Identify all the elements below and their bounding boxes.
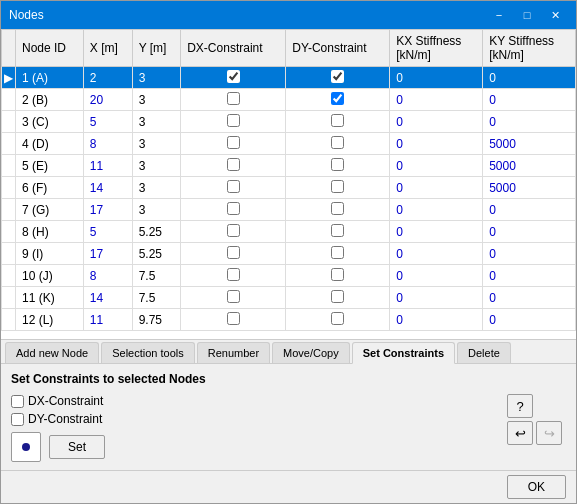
node-id-cell: 8 (H) [16, 221, 84, 243]
table-row[interactable]: 10 (J)87.500 [2, 265, 576, 287]
col-y: Y [m] [132, 30, 181, 67]
nodes-table: Node ID X [m] Y [m] DX-Constraint DY-Con… [1, 29, 576, 331]
y-cell: 7.5 [132, 287, 181, 309]
dy-constraint-checkbox[interactable] [331, 158, 344, 171]
dy-checkbox[interactable] [11, 413, 24, 426]
tab-selection-tools[interactable]: Selection tools [101, 342, 195, 363]
node-id-cell: 11 (K) [16, 287, 84, 309]
col-kx: KX Stiffness[kN/m] [390, 30, 483, 67]
dy-constraint-checkbox[interactable] [331, 92, 344, 105]
table-row[interactable]: 11 (K)147.500 [2, 287, 576, 309]
close-button[interactable]: ✕ [542, 5, 568, 25]
dy-constraint-checkbox[interactable] [331, 224, 344, 237]
dy-constraint-checkbox[interactable] [331, 114, 344, 127]
dx-constraint-checkbox[interactable] [227, 114, 240, 127]
set-button[interactable]: Set [49, 435, 105, 459]
dy-cell [286, 221, 390, 243]
dy-constraint-checkbox[interactable] [331, 180, 344, 193]
table-row[interactable]: 2 (B)20300 [2, 89, 576, 111]
row-arrow [2, 265, 16, 287]
row-arrow [2, 89, 16, 111]
y-cell: 3 [132, 111, 181, 133]
x-cell: 14 [83, 177, 132, 199]
dy-constraint-checkbox[interactable] [331, 312, 344, 325]
col-arrow [2, 30, 16, 67]
dy-cell [286, 89, 390, 111]
row-arrow [2, 199, 16, 221]
tab-add-new-node[interactable]: Add new Node [5, 342, 99, 363]
col-dy: DY-Constraint [286, 30, 390, 67]
dx-cell [181, 111, 286, 133]
dx-checkbox[interactable] [11, 395, 24, 408]
dy-cell [286, 243, 390, 265]
ky-cell: 0 [483, 199, 576, 221]
title-bar: Nodes − □ ✕ [1, 1, 576, 29]
table-row[interactable]: 4 (D)8305000 [2, 133, 576, 155]
dx-constraint-checkbox[interactable] [227, 224, 240, 237]
dx-cell [181, 133, 286, 155]
dx-constraint-checkbox[interactable] [227, 246, 240, 259]
x-cell: 11 [83, 155, 132, 177]
bottom-controls: Set [11, 432, 105, 462]
dy-cell [286, 265, 390, 287]
y-cell: 3 [132, 133, 181, 155]
table-row[interactable]: 7 (G)17300 [2, 199, 576, 221]
dx-constraint-checkbox[interactable] [227, 180, 240, 193]
dx-cell [181, 221, 286, 243]
undo-button[interactable]: ↩ [507, 421, 533, 445]
table-row[interactable]: ▶1 (A)2300 [2, 67, 576, 89]
kx-cell: 0 [390, 133, 483, 155]
dx-constraint-checkbox[interactable] [227, 136, 240, 149]
ky-cell: 5000 [483, 177, 576, 199]
dy-constraint-checkbox[interactable] [331, 70, 344, 83]
dx-constraint-checkbox[interactable] [227, 92, 240, 105]
node-id-cell: 3 (C) [16, 111, 84, 133]
maximize-button[interactable]: □ [514, 5, 540, 25]
dot [22, 443, 30, 451]
help-button[interactable]: ? [507, 394, 533, 418]
table-row[interactable]: 6 (F)14305000 [2, 177, 576, 199]
panel-title: Set Constraints to selected Nodes [11, 372, 566, 386]
redo-button[interactable]: ↪ [536, 421, 562, 445]
x-cell: 17 [83, 243, 132, 265]
dy-cell [286, 133, 390, 155]
kx-cell: 0 [390, 265, 483, 287]
tab-delete[interactable]: Delete [457, 342, 511, 363]
table-row[interactable]: 3 (C)5300 [2, 111, 576, 133]
y-cell: 9.75 [132, 309, 181, 331]
row-arrow [2, 177, 16, 199]
dx-constraint-check: DX-Constraint [11, 394, 105, 408]
tab-move-copy[interactable]: Move/Copy [272, 342, 350, 363]
table-row[interactable]: 5 (E)11305000 [2, 155, 576, 177]
minimize-button[interactable]: − [486, 5, 512, 25]
ok-button[interactable]: OK [507, 475, 566, 499]
dx-constraint-checkbox[interactable] [227, 202, 240, 215]
row-arrow [2, 309, 16, 331]
table-row[interactable]: 8 (H)55.2500 [2, 221, 576, 243]
dy-constraint-checkbox[interactable] [331, 202, 344, 215]
dy-constraint-checkbox[interactable] [331, 136, 344, 149]
row-arrow [2, 243, 16, 265]
dy-constraint-checkbox[interactable] [331, 290, 344, 303]
table-row[interactable]: 12 (L)119.7500 [2, 309, 576, 331]
y-cell: 3 [132, 89, 181, 111]
node-id-cell: 2 (B) [16, 89, 84, 111]
tab-set-constraints[interactable]: Set Constraints [352, 342, 455, 364]
ky-cell: 5000 [483, 155, 576, 177]
kx-cell: 0 [390, 177, 483, 199]
table-row[interactable]: 9 (I)175.2500 [2, 243, 576, 265]
dy-constraint-checkbox[interactable] [331, 268, 344, 281]
kx-cell: 0 [390, 287, 483, 309]
nodes-window: Nodes − □ ✕ Node ID X [m] Y [m] DX-Const… [0, 0, 577, 504]
dx-constraint-checkbox[interactable] [227, 290, 240, 303]
dy-constraint-checkbox[interactable] [331, 246, 344, 259]
dx-constraint-checkbox[interactable] [227, 312, 240, 325]
dx-cell [181, 177, 286, 199]
ky-cell: 5000 [483, 133, 576, 155]
dx-constraint-checkbox[interactable] [227, 70, 240, 83]
dx-constraint-checkbox[interactable] [227, 158, 240, 171]
node-id-cell: 9 (I) [16, 243, 84, 265]
tab-renumber[interactable]: Renumber [197, 342, 270, 363]
dx-constraint-checkbox[interactable] [227, 268, 240, 281]
y-cell: 3 [132, 177, 181, 199]
